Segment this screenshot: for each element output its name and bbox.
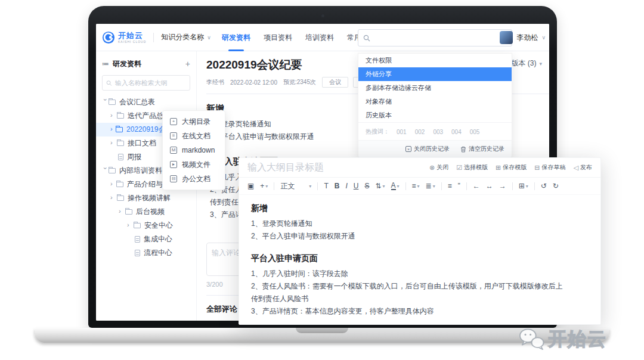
hot-word[interactable]: 003	[433, 129, 443, 135]
toolbar-button[interactable]	[512, 182, 513, 190]
editor-heading: 平台入驻申请页面	[251, 253, 589, 264]
global-search-box[interactable]	[358, 29, 512, 46]
search-dropdown-footer: × 关闭历史记录 清空历史记录	[358, 140, 512, 157]
toolbar-button[interactable]	[317, 182, 318, 190]
hot-word[interactable]: 004	[451, 129, 462, 135]
menu-item-markdown[interactable]: M markdown	[163, 143, 225, 157]
nav-tab[interactable]: 研发资料	[222, 24, 250, 51]
chevron-right-icon[interactable]: ›	[110, 112, 116, 119]
ordered-list-button[interactable]: ≣	[426, 182, 435, 190]
menu-item-office-doc[interactable]: ⊟ 办公文档	[163, 172, 225, 186]
chevron-right-icon[interactable]: ›	[110, 181, 116, 187]
quote-button[interactable]: ”	[458, 182, 460, 190]
close-history-button[interactable]: × 关闭历史记录	[405, 145, 450, 153]
publish-button[interactable]: ◁ 发布	[574, 163, 592, 172]
select-template-button[interactable]: ☑ 选择模版	[456, 163, 488, 172]
close-button[interactable]: ⊗ 关闭	[429, 163, 448, 172]
indent-both-button[interactable]: ↔	[486, 182, 493, 190]
chevron-right-icon[interactable]: ›	[127, 222, 133, 228]
menu-item-video-file[interactable]: ▸ 视频文件	[163, 157, 225, 172]
search-suggestion[interactable]: 历史版本	[358, 108, 512, 122]
insert-menu-button[interactable]: +	[260, 182, 268, 190]
format-clear-button[interactable]: T	[324, 182, 328, 190]
italic-button[interactable]: I	[345, 182, 347, 190]
tree-item-label: 会议汇总表	[119, 97, 155, 107]
editor-title-input[interactable]	[247, 162, 429, 173]
bold-button[interactable]: B	[335, 182, 340, 190]
tree-item[interactable]: › 会议汇总表 +⋮	[96, 95, 196, 109]
toolbar-icon: ⊞	[519, 182, 525, 190]
align-button[interactable]: ≡	[448, 182, 452, 190]
toolbar-icon: A	[391, 182, 396, 190]
chevron-right-icon[interactable]: ›	[102, 167, 109, 173]
user-menu[interactable]: 李劲松 ∨	[500, 31, 546, 44]
page: 开始云 KAISHI CLOUD 知识分类名称 ∨ 研发资料 项目资料	[0, 0, 644, 360]
save-template-button[interactable]: ⊞ 保存模版	[496, 163, 527, 172]
search-suggestion[interactable]: 外链分享	[358, 67, 512, 81]
nav-tab[interactable]: 培训资料	[305, 24, 334, 51]
redo-button[interactable]: ↻	[553, 182, 559, 190]
toolbar-button[interactable]	[441, 182, 442, 190]
menu-item-outline-directory[interactable]: + 大纲目录	[163, 114, 225, 129]
toolbar-button[interactable]	[405, 182, 406, 190]
toolbar-icon: T	[324, 182, 328, 190]
folder-icon	[116, 182, 123, 187]
add-node-button[interactable]: +	[185, 59, 190, 69]
undo-button[interactable]: ↺	[541, 182, 547, 190]
tree-item[interactable]: › 安全中心 +⋮	[96, 219, 196, 232]
toolbar-icon: ≡	[448, 182, 452, 190]
line-height-button[interactable]: ⇅	[375, 182, 385, 190]
search-suggestion[interactable]: 多副本存储边缘云存储	[358, 81, 512, 95]
tree-item[interactable]: › 集成中心 +⋮	[96, 232, 196, 246]
app-logo-subtext: KAISHI CLOUD	[118, 41, 146, 44]
hot-word[interactable]: 001	[397, 129, 407, 135]
indent-right-button[interactable]: →	[499, 182, 506, 190]
tree-item[interactable]: › 后台视频 +⋮	[96, 205, 196, 219]
menu-item-label: markdown	[182, 146, 215, 154]
table-button[interactable]: ⊞	[519, 182, 528, 190]
sidebar-search-box[interactable]	[102, 75, 190, 91]
divider	[153, 33, 154, 42]
editor-line: 2、平台入驻申请与数据权限开通	[251, 230, 589, 243]
toolbar-button[interactable]	[534, 182, 535, 190]
hot-word[interactable]: 002	[415, 129, 425, 135]
underline-button[interactable]: U	[354, 182, 359, 190]
strikethrough-button[interactable]: S	[364, 182, 369, 190]
indent-left-button[interactable]: ←	[473, 182, 480, 190]
toolbar-icon: ⇅	[375, 182, 381, 190]
toolbar-icon: I	[345, 182, 347, 190]
category-dropdown[interactable]: 知识分类名称 ∨	[161, 32, 211, 42]
editor-body[interactable]: 新增 1、登录页轮播通知2、平台入驻申请与数据权限开通 平台入驻申请页面 1、几…	[239, 195, 600, 324]
toolbar-button[interactable]	[466, 182, 467, 190]
chevron-right-icon[interactable]: ›	[102, 99, 109, 105]
search-suggestion[interactable]: 文件权限	[358, 54, 512, 67]
save-draft-button[interactable]: ⊟ 保存草稿	[534, 163, 565, 172]
search-suggestion[interactable]: 对象存储	[358, 95, 512, 108]
chevron-right-icon[interactable]: ›	[110, 126, 115, 132]
folder-icon	[109, 100, 116, 105]
tree-item-label: 接口文档	[128, 138, 156, 148]
action-icon: ◁	[574, 164, 578, 172]
tree-item[interactable]: › 流程中心 +⋮	[96, 246, 196, 260]
outline-editor-window: ⊗ 关闭 ☑ 选择模版 ⊞ 保存模版 ⊟ 保存	[239, 157, 601, 325]
menu-item-online-doc[interactable]: ≡ 在线文档	[163, 129, 225, 143]
tree-item[interactable]: › 操作视频讲解 +⋮	[96, 191, 196, 205]
nav-tab[interactable]: 项目资料	[264, 24, 292, 51]
font-color-button[interactable]: A	[391, 182, 400, 190]
toolbar-icon: ↔	[486, 182, 493, 190]
global-search-input[interactable]	[374, 34, 507, 42]
bullet-list-button[interactable]: ≡	[412, 182, 420, 190]
hot-word[interactable]: 005	[470, 129, 480, 135]
insert-image-button[interactable]: ▣	[247, 182, 254, 190]
avatar	[500, 31, 513, 44]
clear-history-button[interactable]: 清空历史记录	[460, 145, 504, 153]
action-label: 关闭	[436, 163, 448, 172]
sidebar-title: 研发资料	[113, 59, 185, 69]
toolbar-button[interactable]	[274, 182, 274, 190]
chevron-right-icon[interactable]: ›	[119, 208, 125, 215]
chevron-right-icon[interactable]: ›	[110, 194, 116, 201]
chevron-right-icon[interactable]: ›	[110, 139, 116, 146]
paragraph-style-select[interactable]: 正文	[280, 182, 311, 190]
sidebar-search-input[interactable]	[115, 79, 186, 86]
app-logo-text: 开始云	[118, 32, 146, 39]
